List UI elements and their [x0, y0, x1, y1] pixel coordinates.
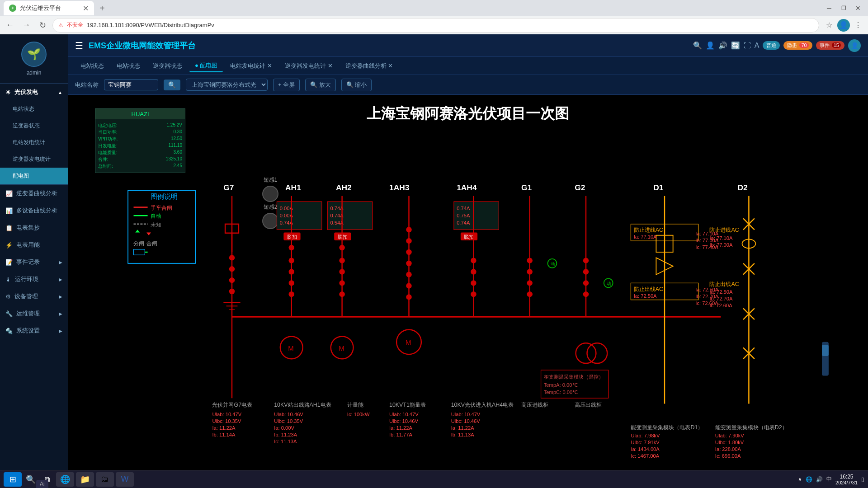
sidebar-item-station-gen[interactable]: 电站发电统计	[0, 134, 68, 151]
taskbar-explorer[interactable]: 📁	[76, 472, 94, 487]
svg-point-64	[406, 294, 411, 300]
svg-text:Ulab: 10.47V: Ulab: 10.47V	[451, 412, 481, 417]
svg-text:Ulab: 10.46V: Ulab: 10.46V	[274, 412, 303, 417]
taskbar-chrome[interactable]: 🌐	[56, 472, 74, 487]
subnav-inverter-curve[interactable]: 逆变器曲线分析 ✕	[340, 60, 399, 72]
tray-volume[interactable]: 🔊	[816, 476, 823, 483]
station-name-input[interactable]	[104, 79, 158, 90]
hazard-label[interactable]: 隐患	[787, 42, 797, 48]
station-name-label: 电站名称	[75, 81, 99, 89]
svg-point-19	[229, 266, 235, 272]
tab-label: 光伏运维云平台	[20, 4, 61, 12]
svg-text:Ic:  11.13A: Ic: 11.13A	[274, 439, 297, 444]
tray-expand[interactable]: ∧	[798, 476, 802, 483]
user-icon[interactable]: 👤	[706, 41, 715, 50]
ai-badge[interactable]: Ai	[36, 480, 48, 488]
svg-text:手车合闸: 手车合闸	[151, 205, 172, 211]
svg-text:Ia:  11.22A: Ia: 11.22A	[212, 425, 236, 431]
normal-badge[interactable]: 普通	[763, 41, 780, 50]
inverter-curve-label: 逆变器曲线分析	[16, 189, 57, 197]
sidebar-item-pv[interactable]: ☀ 光伏发电 ▲	[0, 84, 68, 101]
diagram-svg: 图例说明 手车合闸 自动 未知 分闸 合闸 G7	[68, 95, 868, 488]
start-button[interactable]: ⊞	[4, 472, 22, 487]
svg-text:M: M	[406, 339, 411, 346]
tray-show-desktop[interactable]: ▯	[861, 476, 864, 483]
diagram-area[interactable]: 上海宝钢阿赛洛光伏项目一次图 HUAZI 电定电压:1.25.2V 当日功率:0…	[68, 95, 868, 488]
address-bar[interactable]: ⚠ 不安全 192.168.1.101:8090/PVWEB/Distribut…	[52, 18, 819, 33]
svg-text:防止出线AC: 防止出线AC	[709, 281, 739, 287]
subnav-station-gen[interactable]: 电站发电统计 ✕	[225, 60, 278, 72]
sidebar-item-ops-mgmt[interactable]: 🔧 运维管理 ▶	[0, 305, 68, 322]
refresh-icon[interactable]: 🔄	[731, 41, 740, 50]
svg-text:Ulab: 10.47V: Ulab: 10.47V	[212, 412, 242, 417]
device-mgmt-icon: ⚙	[5, 293, 11, 300]
svg-text:Ulab: 7.90kV: Ulab: 7.90kV	[715, 433, 745, 438]
sidebar-item-meter-read[interactable]: 📋 电表集抄	[0, 219, 68, 236]
event-label[interactable]: 事件	[820, 42, 830, 48]
translate-icon[interactable]: A	[755, 42, 760, 50]
minimize-button[interactable]: ─	[823, 2, 835, 14]
subnav-distribution[interactable]: ● 配电图	[189, 60, 223, 72]
system-settings-icon: 🔩	[5, 328, 13, 334]
sidebar-item-events[interactable]: 📝 事件记录 ▶	[0, 253, 68, 271]
svg-point-81	[527, 258, 533, 263]
svg-text:Ia: 77.10A: Ia: 77.10A	[695, 231, 718, 236]
subnav-station-status[interactable]: 电站状态	[75, 60, 109, 72]
back-button[interactable]: ←	[4, 19, 16, 32]
url-text: 192.168.1.101:8090/PVWEB/DistributDiagra…	[87, 22, 214, 28]
menu-icon[interactable]: ☰	[75, 40, 83, 51]
search-icon[interactable]: 🔍	[693, 41, 702, 50]
svg-point-82	[527, 269, 533, 274]
sidebar-item-device-mgmt[interactable]: ⚙ 设备管理 ▶	[0, 288, 68, 305]
tab-close-button[interactable]: ✕	[83, 4, 89, 13]
subnav-station-info[interactable]: 电站状态	[111, 60, 146, 72]
sidebar-item-distribution[interactable]: 配电图	[0, 168, 68, 184]
app-title: EMS企业微电网能效管理平台	[89, 40, 196, 51]
profile-button[interactable]: 👤	[837, 19, 850, 32]
svg-text:脱扣: 脱扣	[464, 234, 474, 239]
subnav-inverter-gen[interactable]: 逆变器发电统计 ✕	[279, 60, 338, 72]
zoom-in-button[interactable]: 🔍 放大	[305, 79, 336, 91]
tray-lang[interactable]: 中	[826, 475, 832, 483]
svg-text:Ia:  11.22A: Ia: 11.22A	[389, 425, 412, 431]
fullscreen-button[interactable]: + 全屏	[273, 79, 300, 91]
sidebar-item-system-settings[interactable]: 🔩 系统设置 ▶	[0, 322, 68, 339]
inverter-curve-icon: 📈	[5, 190, 13, 197]
zoom-out-button[interactable]: 🔍 缩小	[341, 79, 372, 91]
taskbar-clock[interactable]: 16:25 2024/7/31	[835, 474, 858, 485]
volume-icon[interactable]: 🔊	[718, 41, 727, 50]
sidebar-item-inverter-gen[interactable]: 逆变器发电统计	[0, 151, 68, 168]
subnav-inverter-status[interactable]: 逆变器状态	[147, 60, 188, 72]
forward-button[interactable]: →	[20, 19, 33, 32]
sidebar-item-multi-device[interactable]: 📊 多设备曲线分析	[0, 202, 68, 219]
close-button[interactable]: ✕	[852, 2, 864, 14]
admin-label: admin	[27, 70, 42, 76]
sub-nav: 电站状态 电站状态 逆变器状态 ● 配电图 电站发电统计 ✕ 逆变器发电统计 ✕…	[68, 57, 868, 75]
taskbar-word[interactable]: W	[116, 472, 134, 487]
station-select[interactable]: 上海宝钢阿赛洛分布式光	[186, 79, 268, 91]
svg-text:柜支测温采集模块（温控）: 柜支测温采集模块（温控）	[543, 374, 604, 380]
sidebar-item-inverter-curve[interactable]: 📈 逆变器曲线分析	[0, 185, 68, 202]
browser-tab[interactable]: ☀ 光伏运维云平台 ✕	[4, 1, 94, 15]
sidebar-item-station-status[interactable]: 电站状态	[0, 101, 68, 117]
ops-mgmt-arrow: ▶	[59, 311, 62, 316]
logo-icon: 🌱	[21, 42, 47, 67]
diagram-title: 上海宝钢阿赛洛光伏项目一次图	[367, 104, 569, 124]
avatar[interactable]: 👤	[848, 39, 861, 52]
bookmark-button[interactable]: ☆	[823, 19, 835, 32]
search-button[interactable]: 🔍	[164, 80, 180, 90]
tray-network[interactable]: 🌐	[806, 476, 812, 483]
sidebar-item-inverter-status[interactable]: 逆变器状态	[0, 117, 68, 134]
taskbar-filemanager[interactable]: 🗂	[96, 472, 114, 487]
svg-point-35	[289, 258, 294, 263]
svg-rect-171	[822, 345, 829, 356]
restore-button[interactable]: ❐	[837, 2, 850, 14]
sidebar-item-environment[interactable]: 🌡 运行环境 ▶	[0, 271, 68, 288]
event-count: 15	[832, 42, 841, 48]
refresh-button[interactable]: ↻	[36, 19, 49, 32]
sidebar-item-meter-energy[interactable]: ⚡ 电表用能	[0, 236, 68, 253]
svg-text:D1: D1	[653, 183, 664, 192]
extensions-button[interactable]: ⋮	[852, 19, 864, 32]
fullscreen-icon[interactable]: ⛶	[744, 42, 751, 50]
new-tab-button[interactable]: +	[96, 1, 108, 15]
